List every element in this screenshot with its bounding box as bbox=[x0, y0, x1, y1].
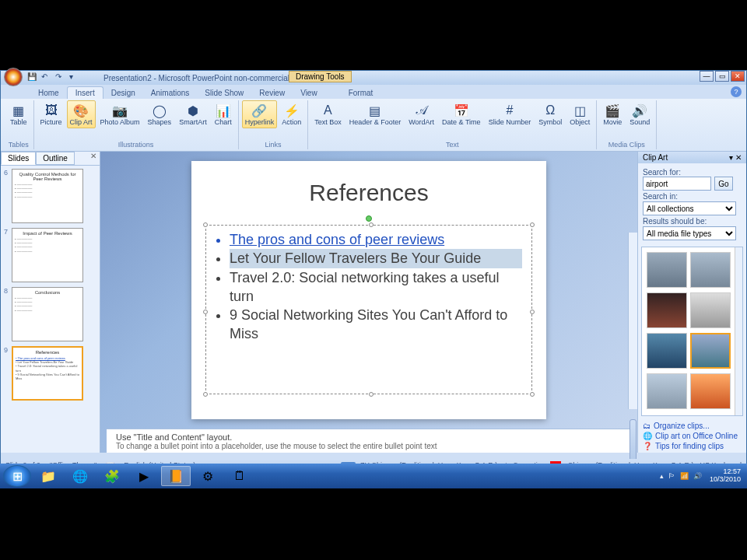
smartart-button[interactable]: ⬢SmartArt bbox=[176, 100, 210, 128]
slide-thumbnails: 6Quality Control Methods for Peer Review… bbox=[1, 166, 100, 453]
clipart-thumbnail[interactable] bbox=[690, 292, 731, 328]
tab-review[interactable]: Review bbox=[251, 87, 293, 99]
shapes-button[interactable]: ◯Shapes bbox=[145, 100, 175, 128]
notes-pane[interactable]: Use "Title and Content" layout. To chang… bbox=[107, 429, 631, 453]
clipart-pane: Clip Art ▾✕ Search for: Go Search in: Al… bbox=[637, 152, 746, 453]
wordart-button[interactable]: 𝒜WordArt bbox=[405, 100, 437, 128]
resize-handle-icon[interactable] bbox=[203, 310, 208, 314]
bullet-item[interactable]: 9 Social Networking Sites You Can't Affo… bbox=[230, 306, 522, 344]
start-button[interactable]: ⊞ bbox=[3, 465, 31, 487]
maximize-button[interactable]: ▭ bbox=[715, 71, 729, 82]
clipart-thumbnail[interactable] bbox=[690, 333, 731, 369]
pane-dropdown-icon[interactable]: ▾ bbox=[729, 153, 733, 162]
resize-handle-icon[interactable] bbox=[203, 392, 208, 397]
panel-tab-outline[interactable]: Outline bbox=[36, 152, 75, 165]
slide-canvas[interactable]: References The pros and cons of peer rev… bbox=[191, 161, 546, 419]
sound-button[interactable]: 🔊Sound bbox=[626, 100, 653, 128]
qat-more-icon[interactable]: ▾ bbox=[69, 72, 80, 83]
go-button[interactable]: Go bbox=[714, 177, 733, 191]
tab-design[interactable]: Design bbox=[103, 87, 143, 99]
resize-handle-icon[interactable] bbox=[530, 310, 535, 314]
hyperlink-button[interactable]: 🔗Hyperlink bbox=[242, 100, 278, 128]
resize-handle-icon[interactable] bbox=[203, 222, 208, 227]
slide-thumbnail[interactable]: 8Conclusions• ───────• ───────• ───────•… bbox=[4, 287, 96, 341]
panel-tab-slides[interactable]: Slides bbox=[1, 152, 36, 165]
close-button[interactable]: ✕ bbox=[731, 71, 745, 82]
resize-handle-icon[interactable] bbox=[530, 222, 535, 227]
tray-network-icon[interactable]: 📶 bbox=[680, 472, 689, 480]
taskbar-explorer[interactable]: 📁 bbox=[33, 466, 63, 486]
taskbar-ie[interactable]: 🌐 bbox=[65, 466, 95, 486]
slide-number-button[interactable]: #Slide Number bbox=[486, 100, 535, 128]
taskbar-notes[interactable]: 🗒 bbox=[225, 466, 254, 486]
resize-handle-icon[interactable] bbox=[369, 392, 374, 397]
slide-title[interactable]: References bbox=[215, 180, 523, 206]
clipart-thumbnail[interactable] bbox=[690, 252, 731, 288]
rotate-handle-icon[interactable] bbox=[366, 215, 372, 222]
vertical-scrollbar[interactable] bbox=[628, 233, 637, 409]
minimize-button[interactable]: — bbox=[700, 71, 714, 82]
table-button[interactable]: ▦Table bbox=[7, 100, 30, 128]
tab-insert[interactable]: Insert bbox=[67, 86, 103, 99]
slide-thumbnail[interactable]: 7Impact of Peer Reviews• ───────• ──────… bbox=[4, 228, 96, 282]
action-button[interactable]: ⚡Action bbox=[279, 100, 304, 128]
tray-volume-icon[interactable]: 🔊 bbox=[693, 472, 702, 480]
tips-link[interactable]: ❓Tips for finding clips bbox=[643, 441, 742, 451]
date-time-icon: 📅 bbox=[454, 103, 469, 118]
tab-home[interactable]: Home bbox=[30, 87, 67, 99]
clipart-thumbnail[interactable] bbox=[690, 373, 731, 409]
resize-handle-icon[interactable] bbox=[530, 392, 535, 397]
help-button[interactable]: ? bbox=[731, 86, 742, 97]
clipart-thumbnail[interactable] bbox=[647, 333, 687, 369]
bullet-item[interactable]: Let Your Fellow Travelers Be Your Guide bbox=[230, 249, 522, 268]
tab-view[interactable]: View bbox=[293, 87, 325, 99]
tab-format[interactable]: Format bbox=[341, 87, 381, 99]
tab-animations[interactable]: Animations bbox=[143, 87, 197, 99]
taskbar-powerpoint[interactable]: 📙 bbox=[161, 466, 191, 486]
content-text-box[interactable]: The pros and cons of peer reviewsLet You… bbox=[205, 225, 532, 394]
pane-close-icon[interactable]: ✕ bbox=[735, 153, 742, 162]
notes-line: Use "Title and Content" layout. bbox=[116, 432, 622, 442]
panel-close-icon[interactable]: ✕ bbox=[87, 152, 100, 165]
photo-album-button[interactable]: 📷Photo Album bbox=[97, 100, 143, 128]
bullet-list[interactable]: The pros and cons of peer reviewsLet You… bbox=[216, 230, 522, 344]
tab-slideshow[interactable]: Slide Show bbox=[197, 87, 251, 99]
resize-handle-icon[interactable] bbox=[369, 222, 374, 227]
bullet-item[interactable]: Travel 2.0: Social networking takes a us… bbox=[230, 268, 522, 306]
tray-clock[interactable]: 12:57 10/3/2010 bbox=[707, 468, 744, 484]
chart-button[interactable]: 📊Chart bbox=[212, 100, 235, 128]
search-input[interactable] bbox=[643, 177, 711, 191]
slide-thumbnail[interactable]: 6Quality Control Methods for Peer Review… bbox=[4, 169, 96, 223]
redo-icon[interactable]: ↷ bbox=[55, 72, 66, 83]
results-type-select[interactable]: All media file types bbox=[643, 226, 736, 240]
symbol-button[interactable]: ΩSymbol bbox=[535, 100, 565, 128]
office-online-link[interactable]: 🌐Clip art on Office Online bbox=[643, 431, 742, 441]
clip-art-button[interactable]: 🎨Clip Art bbox=[67, 100, 96, 128]
clipart-thumbnail[interactable] bbox=[647, 373, 687, 409]
search-in-select[interactable]: All collections bbox=[643, 201, 736, 215]
taskbar-media[interactable]: ▶ bbox=[129, 466, 159, 486]
taskbar-app[interactable]: 🧩 bbox=[97, 466, 127, 486]
office-button[interactable] bbox=[4, 68, 23, 86]
notes-line: To change a bullet point into a placehol… bbox=[116, 442, 622, 450]
organize-clips-link[interactable]: 🗂Organize clips... bbox=[643, 421, 742, 431]
chart-icon: 📊 bbox=[216, 103, 231, 118]
picture-button[interactable]: 🖼Picture bbox=[37, 100, 65, 128]
text-box-button[interactable]: AText Box bbox=[311, 100, 345, 128]
taskbar-app2[interactable]: ⚙ bbox=[193, 466, 223, 486]
results-scrollbar[interactable] bbox=[735, 247, 742, 415]
undo-icon[interactable]: ↶ bbox=[41, 72, 52, 83]
clipart-thumbnail[interactable] bbox=[647, 292, 687, 328]
object-button[interactable]: ◫Object bbox=[566, 100, 593, 128]
clipart-thumbnail[interactable] bbox=[647, 252, 687, 288]
movie-button[interactable]: 🎬Movie bbox=[600, 100, 625, 128]
tray-flag-icon[interactable]: 🏳 bbox=[668, 472, 675, 480]
contextual-tab-drawing[interactable]: Drawing Tools bbox=[289, 71, 352, 82]
save-icon[interactable]: 💾 bbox=[27, 72, 38, 83]
slide-thumbnail[interactable]: 9References• The pros and cons of peer r… bbox=[4, 346, 96, 401]
header-footer-button[interactable]: ▤Header & Footer bbox=[346, 100, 405, 128]
date-time-button[interactable]: 📅Date & Time bbox=[439, 100, 484, 128]
tray-show-hidden-icon[interactable]: ▴ bbox=[660, 472, 664, 480]
bullet-item[interactable]: The pros and cons of peer reviews bbox=[230, 230, 522, 249]
ribbon: ▦TableTables🖼Picture🎨Clip Art📷Photo Albu… bbox=[1, 99, 746, 152]
